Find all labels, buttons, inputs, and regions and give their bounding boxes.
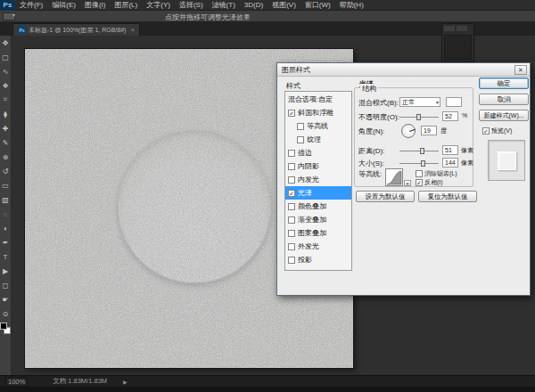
size-slider-thumb[interactable] bbox=[421, 160, 425, 167]
dialog-title-bar[interactable]: 图层样式 bbox=[277, 63, 530, 77]
ok-button[interactable]: 确定 bbox=[479, 78, 529, 89]
style-checkbox[interactable] bbox=[297, 136, 304, 143]
preview-checkbox[interactable]: ✓ bbox=[482, 127, 490, 135]
distance-value[interactable]: 51 bbox=[442, 145, 458, 155]
angle-dial[interactable] bbox=[401, 124, 416, 138]
blend-mode-select[interactable]: 正常 bbox=[399, 97, 440, 107]
tool-preset-icon[interactable] bbox=[3, 12, 15, 20]
lasso-tool-icon[interactable]: ∿ bbox=[0, 64, 12, 78]
style-checkbox[interactable] bbox=[288, 203, 295, 210]
style-checkbox[interactable] bbox=[288, 257, 295, 264]
menu-item[interactable]: 视图(V) bbox=[268, 0, 300, 10]
invert-option[interactable]: ✓ 反相(I) bbox=[416, 178, 443, 187]
shape-tool-icon[interactable]: ◻ bbox=[0, 278, 12, 292]
angle-needle bbox=[409, 129, 416, 132]
history-brush-tool-icon[interactable]: ↺ bbox=[0, 164, 12, 178]
move-tool-icon[interactable]: ✥ bbox=[0, 36, 12, 50]
type-tool-icon[interactable]: T bbox=[0, 249, 12, 264]
tab-close-icon[interactable]: × bbox=[128, 26, 135, 34]
contour-dropdown-icon[interactable]: ▾ bbox=[404, 180, 411, 186]
document-tab[interactable]: Ps 未标题-1 @ 100%(图层 1, RGB/8#) × bbox=[12, 23, 140, 36]
style-checkbox[interactable] bbox=[288, 163, 295, 170]
style-row[interactable]: 渐变叠加 bbox=[285, 213, 351, 226]
satin-color-swatch[interactable] bbox=[446, 97, 462, 107]
menu-item[interactable]: 窗口(W) bbox=[300, 0, 335, 10]
opacity-slider[interactable] bbox=[399, 117, 439, 118]
style-checkbox[interactable]: ✓ bbox=[288, 110, 295, 117]
menu-item[interactable]: 图像(I) bbox=[80, 0, 111, 10]
style-checkbox[interactable] bbox=[297, 123, 304, 130]
gradient-tool-icon[interactable]: ▧ bbox=[0, 192, 12, 207]
style-row[interactable]: 纹理 bbox=[285, 133, 351, 146]
reset-default-button[interactable]: 复位为默认值 bbox=[418, 191, 477, 202]
style-row[interactable]: 混合选项:自定 bbox=[285, 93, 351, 106]
pen-tool-icon[interactable]: ✒ bbox=[0, 235, 12, 249]
clone-stamp-tool-icon[interactable]: ⊕ bbox=[0, 150, 12, 164]
contour-label: 等高线: bbox=[358, 169, 382, 179]
healing-brush-tool-icon[interactable]: ✚ bbox=[0, 121, 12, 135]
menu-item[interactable]: 文件(F) bbox=[15, 0, 47, 10]
cancel-button[interactable]: 取消 bbox=[479, 94, 529, 105]
style-checkbox[interactable] bbox=[288, 176, 295, 184]
size-value[interactable]: 144 bbox=[442, 158, 458, 167]
status-menu-arrow-icon[interactable]: ▶ bbox=[123, 379, 128, 385]
menu-item[interactable]: 滤镜(T) bbox=[208, 0, 240, 10]
panel-tab[interactable] bbox=[457, 26, 467, 31]
invert-checkbox[interactable]: ✓ bbox=[416, 179, 423, 186]
style-row[interactable]: ✓ 斜面和浮雕 bbox=[285, 106, 351, 119]
opacity-value[interactable]: 52 bbox=[442, 111, 458, 121]
zoom-level-field[interactable]: 100% bbox=[5, 377, 28, 387]
hand-tool-icon[interactable]: ☛ bbox=[0, 292, 12, 306]
panel-dock-fragment bbox=[441, 23, 474, 62]
style-checkbox[interactable]: ✓ bbox=[288, 190, 295, 197]
menu-item[interactable]: 选择(S) bbox=[175, 0, 208, 10]
menu-item[interactable]: 编辑(E) bbox=[47, 0, 80, 10]
style-row[interactable]: 等高线 bbox=[285, 119, 351, 133]
preview-option[interactable]: ✓ 预览(V) bbox=[482, 127, 512, 135]
menu-item[interactable]: 图层(L) bbox=[110, 0, 142, 10]
antialias-checkbox[interactable] bbox=[416, 170, 423, 177]
distance-slider-thumb[interactable] bbox=[420, 148, 424, 154]
new-style-button[interactable]: 新建样式(W)... bbox=[479, 110, 529, 121]
panel-body bbox=[444, 35, 472, 60]
style-checkbox[interactable] bbox=[288, 243, 295, 250]
eyedropper-tool-icon[interactable]: ⧫ bbox=[0, 107, 12, 121]
dialog-close-icon[interactable]: ✕ bbox=[514, 65, 527, 75]
dodge-tool-icon[interactable]: ◖ bbox=[0, 221, 12, 235]
make-default-button[interactable]: 设置为默认值 bbox=[356, 191, 415, 202]
style-checkbox[interactable] bbox=[288, 150, 295, 157]
panel-tab[interactable] bbox=[444, 26, 455, 31]
size-slider[interactable] bbox=[399, 163, 439, 164]
style-row[interactable]: 颜色叠加 bbox=[285, 200, 351, 213]
style-row[interactable]: 图案叠加 bbox=[285, 226, 351, 240]
style-label: 混合选项:自定 bbox=[288, 94, 333, 104]
angle-value[interactable]: 19 bbox=[421, 126, 437, 135]
style-row[interactable]: 内发光 bbox=[285, 173, 351, 186]
path-selection-tool-icon[interactable]: ▶ bbox=[0, 264, 12, 278]
menu-item[interactable]: 3D(D) bbox=[240, 1, 268, 9]
foreground-background-swatches[interactable] bbox=[0, 323, 11, 334]
opacity-slider-thumb[interactable] bbox=[416, 114, 421, 120]
style-checkbox[interactable] bbox=[288, 216, 295, 224]
menu-item[interactable]: 文字(Y) bbox=[142, 0, 175, 10]
eraser-tool-icon[interactable]: ▭ bbox=[0, 178, 12, 192]
style-row[interactable]: 描边 bbox=[285, 146, 351, 159]
blur-tool-icon[interactable]: ◌ bbox=[0, 207, 12, 221]
quick-selection-tool-icon[interactable]: ❖ bbox=[0, 78, 12, 93]
brush-tool-icon[interactable]: ✎ bbox=[0, 135, 12, 150]
style-checkbox[interactable] bbox=[288, 230, 295, 237]
contour-thumbnail[interactable] bbox=[385, 168, 403, 186]
style-row[interactable]: 内阴影 bbox=[285, 159, 351, 173]
style-row[interactable]: ✓ 光泽 bbox=[285, 186, 351, 200]
style-row[interactable]: 外发光 bbox=[285, 240, 351, 253]
crop-tool-icon[interactable]: ⌗ bbox=[0, 93, 12, 107]
zoom-tool-icon[interactable]: ⊙ bbox=[0, 306, 12, 321]
size-row: 大小(S): 144 像素 bbox=[355, 158, 473, 168]
menu-item[interactable]: 帮助(H) bbox=[335, 0, 368, 10]
antialias-option[interactable]: 消除锯齿(L) bbox=[416, 169, 457, 178]
menu-items: 文件(F)编辑(E)图像(I)图层(L)文字(Y)选择(S)滤镜(T)3D(D)… bbox=[15, 0, 368, 10]
marquee-tool-icon[interactable]: ▢ bbox=[0, 50, 12, 64]
foreground-color-swatch[interactable] bbox=[0, 323, 7, 330]
style-row[interactable]: 投影 bbox=[285, 253, 351, 266]
distance-slider[interactable] bbox=[399, 151, 439, 151]
